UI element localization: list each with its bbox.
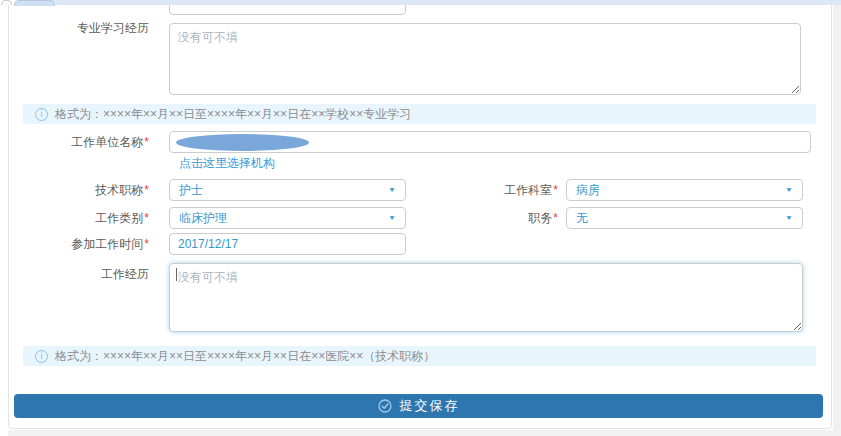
submit-save-button[interactable]: 提交保存 — [14, 394, 823, 418]
technical-title-value: 护士 — [179, 182, 203, 199]
form-panel: 专业学习经历 i 格式为：××××年××月××日至××××年××月××日在××学… — [8, 0, 832, 429]
required-asterisk: * — [553, 183, 558, 197]
required-asterisk: * — [553, 211, 558, 225]
work-department-select[interactable]: 病房 ▼ — [566, 179, 803, 201]
chevron-down-icon: ▼ — [785, 186, 793, 193]
page-background-bottom — [8, 430, 841, 436]
work-format-note: i 格式为：××××年××月××日至××××年××月××日在××医院××（技术职… — [23, 346, 816, 366]
cropped-tab-fragment — [14, 0, 55, 6]
work-unit-input[interactable] — [169, 131, 811, 153]
technical-title-label: 技术职称* — [9, 179, 149, 201]
page-background-right — [833, 5, 841, 436]
duty-value: 无 — [576, 210, 588, 227]
work-unit-label-text: 工作单位名称 — [71, 135, 143, 149]
work-experience-label: 工作经历 — [9, 263, 149, 285]
study-format-note: i 格式为：××××年××月××日至××××年××月××日在××学校××专业学习 — [23, 104, 816, 124]
cropped-element-fragment — [1, 0, 12, 5]
submit-save-label: 提交保存 — [400, 397, 460, 415]
choose-institution-link[interactable]: 点击这里选择机构 — [179, 155, 275, 172]
work-category-label: 工作类别* — [9, 207, 149, 229]
technical-title-label-text: 技术职称 — [95, 183, 143, 197]
info-icon: i — [35, 350, 48, 363]
work-category-label-text: 工作类别 — [95, 211, 143, 225]
work-category-value: 临床护理 — [179, 210, 227, 227]
work-start-date-input[interactable]: 2017/12/17 — [169, 233, 406, 255]
work-start-date-label: 参加工作时间* — [9, 233, 149, 255]
work-experience-textarea[interactable] — [169, 263, 803, 332]
required-asterisk: * — [144, 135, 149, 149]
study-experience-label-text: 专业学习经历 — [77, 21, 149, 35]
work-start-date-label-text: 参加工作时间 — [71, 237, 143, 251]
work-experience-label-text: 工作经历 — [101, 267, 149, 281]
text-cursor — [176, 268, 177, 281]
duty-select[interactable]: 无 ▼ — [566, 207, 803, 229]
info-icon: i — [35, 108, 48, 121]
work-department-value: 病房 — [576, 182, 600, 199]
duty-label-text: 职务 — [528, 211, 552, 225]
work-category-select[interactable]: 临床护理 ▼ — [169, 207, 406, 229]
required-asterisk: * — [144, 183, 149, 197]
work-department-label-text: 工作科室 — [504, 183, 552, 197]
chevron-down-icon: ▼ — [388, 214, 396, 221]
work-department-label: 工作科室* — [429, 179, 558, 201]
redaction-blob — [176, 134, 309, 151]
work-unit-label: 工作单位名称* — [9, 131, 149, 153]
required-asterisk: * — [144, 211, 149, 225]
chevron-down-icon: ▼ — [388, 186, 396, 193]
check-circle-icon — [378, 399, 392, 413]
technical-title-select[interactable]: 护士 ▼ — [169, 179, 406, 201]
duty-label: 职务* — [429, 207, 558, 229]
study-format-note-text: 格式为：××××年××月××日至××××年××月××日在××学校××专业学习 — [55, 106, 411, 123]
study-experience-textarea[interactable] — [169, 23, 801, 95]
work-format-note-text: 格式为：××××年××月××日至××××年××月××日在××医院××（技术职称） — [55, 348, 435, 365]
chevron-down-icon: ▼ — [785, 214, 793, 221]
required-asterisk: * — [144, 237, 149, 251]
top-border-bar — [28, 0, 841, 5]
study-experience-label: 专业学习经历 — [9, 17, 149, 39]
